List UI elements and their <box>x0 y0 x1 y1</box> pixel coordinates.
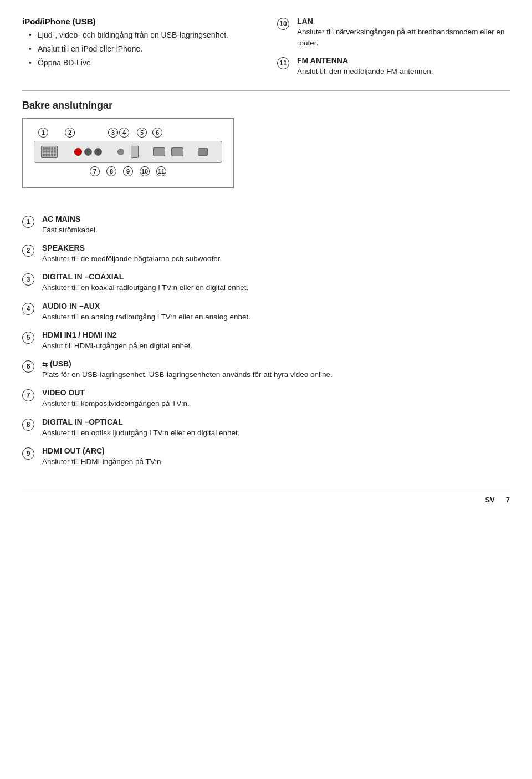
port-coax-aux <box>117 146 139 158</box>
items-list: 1 AC MAINS Fast strömkabel. 2 SPEAKERS A… <box>22 215 510 467</box>
item-4-content: AUDIO IN –AUX Ansluter till en analog ra… <box>42 302 510 323</box>
item-4: 4 AUDIO IN –AUX Ansluter till en analog … <box>22 302 510 323</box>
item-1-content: AC MAINS Fast strömkabel. <box>42 215 510 236</box>
port-usb <box>198 148 208 156</box>
item-5-title: HDMI IN1 / HDMI IN2 <box>42 330 510 339</box>
circle-5: 5 <box>22 332 34 344</box>
diag-num-4: 4 <box>119 128 129 138</box>
lan-num: 10 <box>277 17 297 30</box>
item-9: 9 HDMI OUT (ARC) Ansluter till HDMI-ingå… <box>22 446 510 467</box>
diagram-box: 1 2 3 4 5 6 <box>22 118 234 188</box>
item-9-desc: Ansluter till HDMI-ingången på TV:n. <box>42 456 510 467</box>
item-6-title-text: (USB) <box>50 359 71 368</box>
circle-3: 3 <box>22 273 34 286</box>
item-2-content: SPEAKERS Ansluter till de medföljande hö… <box>42 243 510 264</box>
item-1-title: AC MAINS <box>42 215 510 223</box>
footer-lang: SV <box>485 496 494 504</box>
ipod-bullet-2: Anslut till en iPod eller iPhone. <box>29 43 255 55</box>
item-7: 7 VIDEO OUT Ansluter till kompositvideoi… <box>22 388 510 409</box>
circle-2: 2 <box>22 245 34 257</box>
item-6-num: 6 <box>22 359 42 373</box>
item-3-desc: Ansluter till en koaxial radioutgång i T… <box>42 282 510 293</box>
circle-6: 6 <box>22 360 34 373</box>
item-6-title: ⇆ (USB) <box>42 359 510 368</box>
fm-item: 11 FM ANTENNA Anslut till den medföljand… <box>277 56 510 77</box>
item-2-num: 2 <box>22 243 42 257</box>
item-8-title: DIGITAL IN –OPTICAL <box>42 417 510 426</box>
section-divider <box>22 90 510 91</box>
item-6-content: ⇆ (USB) Plats för en USB-lagringsenhet. … <box>42 359 510 380</box>
item-4-desc: Ansluter till en analog radioutgång i TV… <box>42 312 510 323</box>
item-5: 5 HDMI IN1 / HDMI IN2 Anslut till HDMI-u… <box>22 330 510 352</box>
item-8: 8 DIGITAL IN –OPTICAL Ansluter till en o… <box>22 417 510 439</box>
item-1-num: 1 <box>22 215 42 228</box>
diag-num-7: 7 <box>90 166 100 176</box>
item-9-title: HDMI OUT (ARC) <box>42 446 510 455</box>
item-1-desc: Fast strömkabel. <box>42 225 510 236</box>
fm-title: FM ANTENNA <box>297 56 510 65</box>
port-hdmi-in2 <box>171 147 183 156</box>
circle-10: 10 <box>277 18 289 30</box>
bakre-title: Bakre anslutningar <box>22 100 510 111</box>
item-6: 6 ⇆ (USB) Plats för en USB-lagringsenhet… <box>22 359 510 380</box>
item-7-num: 7 <box>22 388 42 401</box>
lan-desc: Ansluter till nätverksingången på ett br… <box>297 27 510 49</box>
item-5-desc: Anslut till HDMI-utgången på en digital … <box>42 340 510 352</box>
item-5-content: HDMI IN1 / HDMI IN2 Anslut till HDMI-utg… <box>42 330 510 352</box>
diag-num-6: 6 <box>152 128 162 138</box>
diag-num-8: 8 <box>106 166 116 176</box>
fm-content: FM ANTENNA Anslut till den medföljande F… <box>297 56 510 77</box>
item-7-title: VIDEO OUT <box>42 388 510 397</box>
diag-num-10: 10 <box>140 166 150 176</box>
item-6-desc: Plats för en USB-lagringsenhet. USB-lagr… <box>42 369 510 380</box>
port-hdmi-in <box>153 147 183 156</box>
diag-num-3: 3 <box>108 128 118 138</box>
circle-4: 4 <box>22 303 34 315</box>
footer-page: 7 <box>506 496 510 504</box>
circle-7: 7 <box>22 389 34 401</box>
ipod-bullet-list: Ljud-, video- och bildingång från en USB… <box>22 29 255 69</box>
item-7-content: VIDEO OUT Ansluter till kompositvideoing… <box>42 388 510 409</box>
circle-9: 9 <box>22 447 34 460</box>
item-3-num: 3 <box>22 272 42 286</box>
diag-num-9: 9 <box>123 166 133 176</box>
item-5-num: 5 <box>22 330 42 344</box>
item-2-title: SPEAKERS <box>42 243 510 252</box>
item-2: 2 SPEAKERS Ansluter till de medföljande … <box>22 243 510 264</box>
port-aux <box>131 146 139 158</box>
item-3-title: DIGITAL IN –COAXIAL <box>42 272 510 281</box>
item-4-num: 4 <box>22 302 42 315</box>
item-4-title: AUDIO IN –AUX <box>42 302 510 310</box>
lan-content: LAN Ansluter till nätverksingången på et… <box>297 17 510 49</box>
diag-num-5: 5 <box>137 128 147 138</box>
top-right-section: 10 LAN Ansluter till nätverksingången på… <box>277 17 510 77</box>
port-speakers <box>74 148 102 156</box>
bakre-section: Bakre anslutningar 1 2 3 4 5 6 <box>22 100 510 201</box>
fm-num: 11 <box>277 56 297 69</box>
item-1: 1 AC MAINS Fast strömkabel. <box>22 215 510 236</box>
diagram-bottom-numbers: 7 8 9 10 11 <box>34 166 222 176</box>
top-left-section: iPod/iPhone (USB) Ljud-, video- och bild… <box>22 17 255 77</box>
top-section: iPod/iPhone (USB) Ljud-, video- och bild… <box>22 17 510 77</box>
diag-num-11: 11 <box>156 166 166 176</box>
diagram-top-numbers: 1 2 3 4 5 6 <box>34 128 222 138</box>
item-9-content: HDMI OUT (ARC) Ansluter till HDMI-ingång… <box>42 446 510 467</box>
item-8-num: 8 <box>22 417 42 431</box>
item-3: 3 DIGITAL IN –COAXIAL Ansluter till en k… <box>22 272 510 293</box>
item-8-content: DIGITAL IN –OPTICAL Ansluter till en opt… <box>42 417 510 439</box>
footer: SV 7 <box>22 490 510 504</box>
usb-icon: ⇆ <box>42 360 48 368</box>
port-ac <box>41 146 58 158</box>
item-2-desc: Ansluter till de medföljande högtalarna … <box>42 253 510 264</box>
item-3-content: DIGITAL IN –COAXIAL Ansluter till en koa… <box>42 272 510 293</box>
circle-1: 1 <box>22 216 34 228</box>
diag-num-2: 2 <box>65 128 75 138</box>
ipod-bullet-3: Öppna BD-Live <box>29 57 255 69</box>
diag-num-1: 1 <box>38 128 48 138</box>
circle-11: 11 <box>277 57 289 69</box>
port-hdmi-in1 <box>153 147 165 156</box>
lan-title: LAN <box>297 17 510 26</box>
lan-item: 10 LAN Ansluter till nätverksingången på… <box>277 17 510 49</box>
item-7-desc: Ansluter till kompositvideoingången på T… <box>42 398 510 409</box>
item-9-num: 9 <box>22 446 42 460</box>
